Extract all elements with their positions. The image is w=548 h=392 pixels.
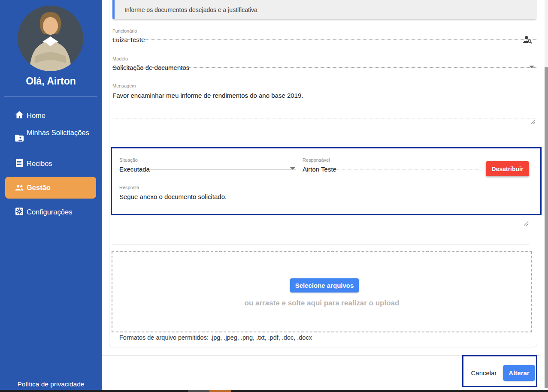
people-icon bbox=[14, 182, 24, 193]
modelo-underline bbox=[112, 67, 536, 68]
greeting-text: Olá, Airton bbox=[0, 75, 102, 87]
avatar bbox=[18, 6, 83, 71]
sidebar-item-label: Home bbox=[27, 111, 95, 120]
sidebar-item-label: Recibos bbox=[27, 159, 95, 168]
resposta-value[interactable]: Segue anexo o documento solicitado. bbox=[119, 193, 523, 200]
strip-segment-orange bbox=[209, 390, 231, 392]
folder-shared-icon bbox=[14, 133, 24, 143]
sidebar: Olá, Airton Home Minhas Solicitações bbox=[0, 0, 102, 390]
funcionario-label: Funcionário bbox=[112, 28, 137, 33]
situacao-underline bbox=[119, 169, 296, 169]
select-files-button[interactable]: Selecione arquivos bbox=[290, 278, 359, 292]
resize-handle-icon[interactable] bbox=[524, 220, 529, 225]
sidebar-item-recibos[interactable]: Recibos bbox=[0, 156, 102, 171]
app-window: Olá, Airton Home Minhas Solicitações bbox=[0, 0, 548, 392]
sidebar-item-configuracoes[interactable]: Configurações bbox=[0, 205, 102, 219]
receipt-icon bbox=[14, 158, 24, 168]
sidebar-item-label: Configurações bbox=[27, 207, 95, 217]
sidebar-item-minhas-solicitacoes[interactable]: Minhas Solicitações bbox=[0, 127, 102, 149]
funcionario-underline bbox=[112, 39, 536, 40]
chevron-down-icon[interactable] bbox=[290, 167, 295, 170]
allowed-formats-text: Formatos de arquivo permitidos: .jpg, .j… bbox=[119, 334, 312, 341]
sidebar-item-gestao[interactable]: Gestão bbox=[5, 177, 96, 199]
person-search-icon[interactable] bbox=[522, 34, 533, 47]
scrollbar-thumb[interactable] bbox=[545, 67, 548, 388]
settings-icon bbox=[14, 206, 24, 217]
cancel-button[interactable]: Cancelar bbox=[466, 365, 502, 381]
alterar-button[interactable]: Alterar bbox=[503, 365, 535, 381]
resposta-label: Resposta bbox=[119, 185, 139, 190]
home-icon bbox=[14, 110, 24, 120]
sidebar-item-label: Minhas Solicitações bbox=[27, 128, 95, 137]
desatribuir-button[interactable]: Desatribuir bbox=[486, 161, 529, 176]
situacao-label: Situação bbox=[119, 157, 138, 163]
modelo-label: Modelo bbox=[112, 56, 128, 61]
responsavel-label: Responsável bbox=[303, 157, 330, 163]
strip-segment-gray bbox=[188, 390, 209, 392]
sidebar-divider bbox=[4, 96, 97, 96]
responsavel-underline bbox=[303, 169, 478, 169]
drag-drop-text: ou arraste e solte aqui para realizar o … bbox=[112, 299, 532, 308]
sidebar-item-home[interactable]: Home bbox=[0, 108, 102, 123]
mensagem-value[interactable]: Favor encaminhar meu informe de rendimen… bbox=[112, 92, 524, 99]
info-banner: Informe os documentos desejados e a just… bbox=[112, 0, 536, 19]
sidebar-item-label: Gestão bbox=[27, 183, 95, 192]
section-divider bbox=[112, 244, 529, 245]
footer-divider bbox=[102, 355, 541, 356]
resposta-underline bbox=[112, 222, 529, 222]
resize-handle-icon[interactable] bbox=[530, 118, 536, 124]
privacy-policy-link[interactable]: Política de privacidade bbox=[0, 380, 102, 388]
bottom-edge-strip bbox=[0, 390, 548, 392]
mensagem-underline bbox=[112, 118, 536, 118]
mensagem-label: Mensagem bbox=[112, 83, 136, 88]
scrollbar-track[interactable] bbox=[545, 0, 548, 390]
info-banner-text: Informe os documentos desejados e a just… bbox=[124, 6, 257, 13]
chevron-down-icon[interactable] bbox=[529, 66, 534, 68]
